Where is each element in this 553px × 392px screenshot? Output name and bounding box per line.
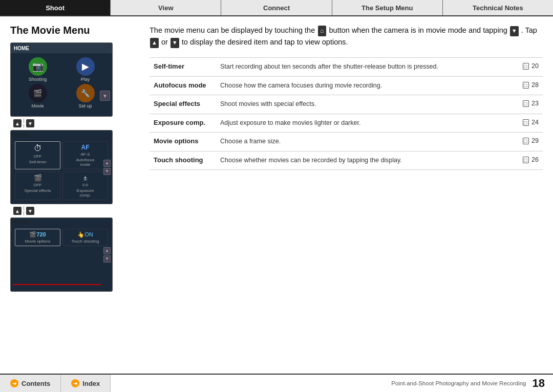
main-content: The Movie Menu HOME 📷 Shooting ▶ Play 🎬 … <box>0 16 553 292</box>
table-row: Movie options Choose a frame size. □ 29 <box>150 133 543 151</box>
divider-line-4 <box>24 211 24 215</box>
cam-movie1-grid: ⏱ OFF Self-timer AF AF-S Autofocusmode 🎬… <box>11 138 112 203</box>
tab-setup-menu-label: The Setup Menu <box>361 4 413 12</box>
tab-view[interactable]: View <box>111 0 221 15</box>
tab-setup-menu[interactable]: The Setup Menu <box>332 0 443 15</box>
cam-icon-setup: 🔧 <box>76 84 95 102</box>
tab-shoot[interactable]: Shoot <box>0 0 111 15</box>
cam-scroll-up-btn-2[interactable]: ▲ <box>103 247 111 254</box>
book-icon-2: □ <box>523 100 529 107</box>
feature-name-3: Exposure comp. <box>150 114 216 133</box>
divider-line-3 <box>24 206 24 210</box>
tab-connect-label: Connect <box>263 4 290 12</box>
tab-technical-notes[interactable]: Technical Notes <box>443 0 553 15</box>
right-column: The movie menu can be displayed by touch… <box>143 25 543 292</box>
feature-page-0: □ 20 <box>512 58 543 77</box>
cam-icon-af: AF <box>81 144 90 151</box>
intro-text-4: to display the desired item and tap to v… <box>182 38 348 46</box>
bottom-bar: ➜ Contents ➜ Index Point-and-Shoot Photo… <box>0 374 553 392</box>
cam-scroll-dn-btn[interactable]: ▼ <box>103 168 111 175</box>
footer-caption: Point-and-Shoot Photography and Movie Re… <box>391 380 526 386</box>
divider-line-2 <box>24 124 24 128</box>
cam-scroll-up-btn[interactable]: ▲ <box>103 160 111 167</box>
feature-page-5: □ 26 <box>512 151 543 170</box>
cam-item-self-timer: ⏱ OFF Self-timer <box>15 141 60 169</box>
cam-movie2-grid: 🎬720 Movie options 👆ON Touch shooting <box>11 226 112 249</box>
cam-scroll-dn-btn-2[interactable]: ▼ <box>103 255 111 263</box>
cam-header-movie2: Movie <box>11 218 112 226</box>
cam-scroll-down[interactable]: ▼ <box>100 91 110 101</box>
cam-sub-af: AF-S <box>80 152 90 157</box>
camera-screen-movie2: Movie 🎬720 Movie options 👆ON Touch shoot… <box>10 217 113 292</box>
cam-icon-movie-opts: 🎬720 <box>29 231 46 238</box>
cam-scroll-right: ▲ ▼ <box>103 160 111 175</box>
feature-table: Self-timer Start recording about ten sec… <box>150 57 543 170</box>
home-icon: ⌂ <box>318 26 326 36</box>
intro-text-or: or <box>161 38 170 46</box>
feature-desc-3: Adjust exposure to make movies lighter o… <box>216 114 512 133</box>
feature-desc-1: Choose how the camera focuses during mov… <box>216 76 512 95</box>
cam-icon-touch-shoot: 👆ON <box>77 231 93 238</box>
feature-desc-2: Shoot movies with special effects. <box>216 95 512 114</box>
table-row: Autofocus mode Choose how the camera foc… <box>150 76 543 95</box>
feature-name-1: Autofocus mode <box>150 76 216 95</box>
tab-view-label: View <box>158 4 173 12</box>
feature-desc-4: Choose a frame size. <box>216 133 512 151</box>
cam-sub-special-fx: OFF <box>34 183 42 187</box>
tab-shoot-label: Shoot <box>46 4 65 12</box>
contents-label: Contents <box>22 380 50 387</box>
cam-label-self-timer: Self-timer <box>29 160 46 164</box>
top-navigation: Shoot View Connect The Setup Menu Techni… <box>0 0 553 16</box>
down-nav-icon-2: ▼ <box>171 38 179 48</box>
feature-name-5: Touch shooting <box>150 151 216 170</box>
intro-text-1: The movie menu can be displayed by touch… <box>150 26 317 34</box>
table-row: Special effects Shoot movies with specia… <box>150 95 543 114</box>
feature-name-0: Self-timer <box>150 58 216 77</box>
down-nav-icon: ▼ <box>510 26 519 36</box>
page-title: The Movie Menu <box>10 25 137 36</box>
tab-technical-notes-label: Technical Notes <box>473 4 523 12</box>
book-icon-0: □ <box>523 63 529 70</box>
arrow-control-2: ▲ ▼ <box>13 206 137 215</box>
cam-item-exposure: ± 0.0 Exposurecomp. <box>62 171 108 200</box>
cam-scroll-right-2: ▲ ▼ <box>103 247 111 263</box>
up-arrow-btn[interactable]: ▲ <box>13 119 22 127</box>
cam-label-touch-shoot: Touch shooting <box>72 239 99 244</box>
cam-icon-special-fx: 🎬 <box>34 174 42 182</box>
bottom-left-nav: ➜ Contents ➜ Index <box>0 375 111 392</box>
index-label: Index <box>82 380 100 387</box>
book-icon-3: □ <box>523 119 529 126</box>
cam-header-home: HOME <box>11 43 112 53</box>
cam-icon-play: ▶ <box>76 57 95 76</box>
down-arrow-btn-2[interactable]: ▼ <box>26 207 34 215</box>
cam-label-special-fx: Special effects <box>25 188 51 193</box>
cam-icon-movie: 🎬 <box>29 84 47 102</box>
feature-desc-5: Choose whether movies can be recorded by… <box>216 151 512 170</box>
left-column: The Movie Menu HOME 📷 Shooting ▶ Play 🎬 … <box>10 25 143 292</box>
index-button[interactable]: ➜ Index <box>61 375 111 392</box>
down-arrow-btn[interactable]: ▼ <box>26 119 34 127</box>
cam-item-shooting: 📷 Shooting <box>15 57 60 82</box>
contents-button[interactable]: ➜ Contents <box>0 375 61 392</box>
index-arrow-icon: ➜ <box>71 379 79 387</box>
cam-label-af: Autofocusmode <box>76 158 95 167</box>
book-icon-4: □ <box>523 138 529 144</box>
feature-page-3: □ 24 <box>512 114 543 133</box>
tab-connect[interactable]: Connect <box>221 0 332 15</box>
cam-label-shooting: Shooting <box>29 77 47 82</box>
camera-screen-home: HOME 📷 Shooting ▶ Play 🎬 Movie 🔧 Set up <box>10 42 113 117</box>
cam-label-play: Play <box>81 77 90 82</box>
table-row: Exposure comp. Adjust exposure to make m… <box>150 114 543 133</box>
divider-line-1 <box>24 119 24 123</box>
feature-page-2: □ 23 <box>512 95 543 114</box>
cam-item-touch-shoot: 👆ON Touch shooting <box>62 229 108 246</box>
page-number: 18 <box>533 377 545 390</box>
cam-label-movie-opts: Movie options <box>25 239 50 244</box>
arrow-control-1: ▲ ▼ <box>13 119 137 128</box>
cam-icon-self-timer: ⏱ <box>34 144 42 153</box>
cam-item-movie-opts: 🎬720 Movie options <box>15 229 60 246</box>
camera-screen-movie1: Movie ⏱ OFF Self-timer AF AF-S Autofocus… <box>10 130 113 204</box>
cam-icon-exposure: ± <box>83 174 87 182</box>
up-arrow-btn-2[interactable]: ▲ <box>13 207 22 215</box>
intro-paragraph: The movie menu can be displayed by touch… <box>150 25 543 48</box>
